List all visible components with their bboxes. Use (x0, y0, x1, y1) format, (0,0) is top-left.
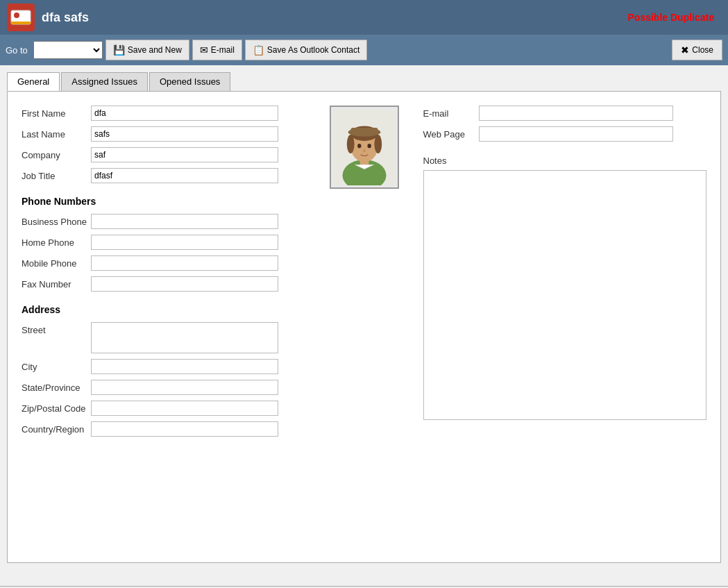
tab-bar: General Assigned Issues Opened Issues (7, 72, 721, 91)
svg-point-9 (374, 135, 382, 153)
title-bar: dfa safs Possible Duplicate (0, 0, 728, 35)
avatar-container (330, 106, 399, 189)
webpage-label: Web Page (423, 129, 479, 140)
svg-point-12 (357, 144, 361, 148)
country-row: Country/Region (22, 421, 305, 437)
business-phone-input[interactable] (91, 214, 278, 229)
country-label: Country/Region (22, 424, 91, 435)
street-label: Street (22, 322, 91, 335)
firstname-row: First Name (22, 106, 305, 121)
save-as-outlook-label: Save As Outlook Contact (267, 45, 359, 55)
svg-point-14 (363, 150, 366, 153)
possible-duplicate-label: Possible Duplicate (628, 12, 714, 23)
form-left: First Name Last Name Company Job Title P… (22, 106, 305, 442)
svg-point-1 (14, 12, 19, 18)
zip-row: Zip/Postal Code (22, 401, 305, 416)
save-as-outlook-button[interactable]: 📋 Save As Outlook Contact (245, 40, 367, 60)
email-icon: ✉ (200, 44, 208, 56)
fax-input[interactable] (91, 276, 278, 292)
tab-assigned-issues[interactable]: Assigned Issues (61, 72, 148, 91)
jobtitle-label: Job Title (22, 171, 91, 181)
jobtitle-input[interactable] (91, 168, 278, 183)
firstname-label: First Name (22, 108, 91, 119)
address-header: Address (22, 304, 305, 315)
company-label: Company (22, 150, 91, 160)
state-input[interactable] (91, 380, 278, 395)
save-icon: 💾 (113, 44, 125, 56)
zip-input[interactable] (91, 401, 278, 416)
email-input[interactable] (479, 106, 673, 121)
svg-rect-2 (11, 22, 31, 24)
home-phone-row: Home Phone (22, 235, 305, 250)
lastname-input[interactable] (91, 126, 278, 142)
city-input[interactable] (91, 359, 278, 374)
app-title: dfa safs (42, 10, 628, 25)
email-label: E-mail (423, 108, 479, 119)
company-row: Company (22, 147, 305, 162)
form-center (326, 106, 403, 442)
business-phone-label: Business Phone (22, 217, 91, 227)
goto-label: Go to (6, 45, 28, 56)
country-input[interactable] (91, 421, 278, 437)
svg-point-8 (346, 135, 354, 153)
city-label: City (22, 362, 91, 372)
lastname-row: Last Name (22, 126, 305, 142)
tab-opened-issues[interactable]: Opened Issues (149, 72, 230, 91)
email-row: E-mail (423, 106, 707, 121)
jobtitle-row: Job Title (22, 168, 305, 183)
mobile-phone-input[interactable] (91, 255, 278, 271)
notes-textarea[interactable] (423, 170, 707, 420)
save-and-new-button[interactable]: 💾 Save and New (105, 40, 189, 60)
main-content: General Assigned Issues Opened Issues Fi… (0, 65, 728, 586)
mobile-phone-label: Mobile Phone (22, 258, 91, 269)
app-icon (7, 3, 35, 31)
webpage-row: Web Page (423, 126, 707, 142)
street-row: Street (22, 322, 305, 353)
lastname-label: Last Name (22, 129, 91, 140)
mobile-phone-row: Mobile Phone (22, 255, 305, 271)
webpage-input[interactable] (479, 126, 673, 142)
firstname-input[interactable] (91, 106, 278, 121)
company-input[interactable] (91, 147, 278, 162)
form-top: First Name Last Name Company Job Title P… (22, 106, 706, 442)
close-button[interactable]: ✖ Close (672, 40, 722, 60)
home-phone-input[interactable] (91, 235, 278, 250)
street-input[interactable] (91, 322, 278, 353)
email-button[interactable]: ✉ E-mail (192, 40, 242, 60)
close-label: Close (692, 45, 713, 55)
fax-label: Fax Number (22, 279, 91, 289)
city-row: City (22, 359, 305, 374)
notes-label: Notes (423, 156, 707, 166)
outlook-icon: 📋 (253, 44, 264, 56)
save-and-new-label: Save and New (128, 45, 182, 55)
state-row: State/Province (22, 380, 305, 395)
business-phone-row: Business Phone (22, 214, 305, 229)
phone-numbers-header: Phone Numbers (22, 196, 305, 207)
svg-point-13 (367, 144, 371, 148)
avatar-image (333, 109, 396, 185)
zip-label: Zip/Postal Code (22, 403, 91, 414)
form-panel: First Name Last Name Company Job Title P… (7, 91, 721, 563)
toolbar: Go to 💾 Save and New ✉ E-mail 📋 Save As … (0, 35, 728, 65)
fax-number-row: Fax Number (22, 276, 305, 292)
form-right: E-mail Web Page Notes (423, 106, 707, 442)
goto-dropdown[interactable] (33, 41, 103, 59)
state-label: State/Province (22, 383, 91, 393)
close-icon: ✖ (681, 44, 689, 56)
tab-general[interactable]: General (7, 72, 60, 91)
email-label: E-mail (211, 45, 235, 55)
home-phone-label: Home Phone (22, 237, 91, 248)
svg-rect-11 (350, 128, 378, 134)
